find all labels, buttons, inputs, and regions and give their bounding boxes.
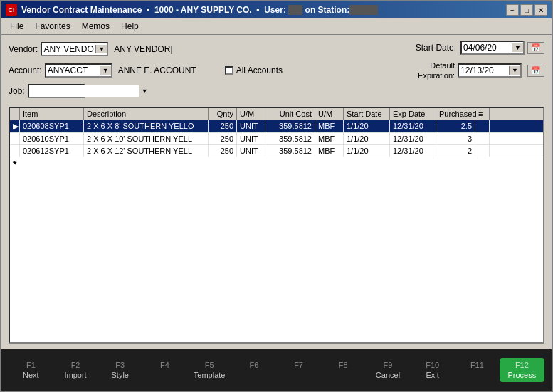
window-title: Vendor Contract Maintenance • 1000 - ANY… xyxy=(21,5,506,15)
th-item: Item xyxy=(20,108,84,120)
row-icon xyxy=(475,120,490,132)
fkey-f2[interactable]: F2 Import xyxy=(53,361,98,379)
row-cost: 359.5812 xyxy=(265,120,315,132)
vendor-dropdown[interactable]: ▼ xyxy=(41,42,108,56)
function-key-bar: F1 Next F2 Import F3 Style F4 F5 Templat… xyxy=(1,349,552,391)
fkey-f11[interactable]: F11 xyxy=(455,361,500,379)
menu-memos[interactable]: Memos xyxy=(76,20,115,33)
start-date-field[interactable] xyxy=(462,42,512,53)
row-um: UNIT xyxy=(237,120,265,132)
row-cost: 359.5812 xyxy=(265,145,315,157)
th-purchased: Purchased xyxy=(436,108,475,120)
table-body: ▶ 020608SYP1 2 X 6 X 8' SOUTHERN YELLO 2… xyxy=(10,120,543,342)
asterisk: * xyxy=(13,159,16,170)
fkey-f7[interactable]: F7 xyxy=(276,361,321,379)
fkey-f1[interactable]: F1 Next xyxy=(9,361,53,379)
row-item: 020612SYP1 xyxy=(20,145,84,157)
vendor-dropdown-arrow[interactable]: ▼ xyxy=(95,45,107,53)
table-row[interactable]: 020610SYP1 2 X 6 X 10' SOUTHERN YELL 250… xyxy=(10,133,543,145)
row-um: UNIT xyxy=(237,133,265,144)
row-purchased: 2 xyxy=(436,145,475,157)
row-exp: 12/31/20 xyxy=(390,145,436,157)
fkey-f6[interactable]: F6 xyxy=(232,361,277,379)
job-dropdown[interactable]: ▼ xyxy=(28,84,85,98)
account-dropdown-arrow[interactable]: ▼ xyxy=(100,66,111,75)
row-indicator: ▶ xyxy=(10,120,20,132)
account-label: Account: xyxy=(9,65,42,75)
fkey-f12-process[interactable]: F12 Process xyxy=(500,358,544,382)
start-date-arrow[interactable]: ▼ xyxy=(512,43,523,52)
th-unit-cost: Unit Cost xyxy=(265,108,315,120)
window-controls: − □ ✕ xyxy=(506,4,547,16)
account-input[interactable] xyxy=(46,65,100,76)
vendor-row: Vendor: ▼ ANY VENDOR| Start Date: ▼ 📅 xyxy=(9,41,544,58)
contract-table: Item Description Qnty U/M Unit Cost U/M … xyxy=(9,107,544,344)
row-item: 020610SYP1 xyxy=(20,133,84,144)
start-date-calendar-icon[interactable]: 📅 xyxy=(527,42,544,54)
menu-file[interactable]: File xyxy=(4,20,29,33)
fkey-f10[interactable]: F10 Exit xyxy=(410,361,455,379)
content-area: Vendor: ▼ ANY VENDOR| Start Date: ▼ 📅 xyxy=(1,35,552,349)
start-date-input[interactable]: ▼ xyxy=(460,41,525,55)
exp-date-arrow[interactable]: ▼ xyxy=(509,66,520,75)
fkey-f5[interactable]: F5 Template xyxy=(187,361,232,379)
station-text xyxy=(349,5,378,15)
vendor-input[interactable] xyxy=(42,43,95,55)
th-exp-date: Exp Date xyxy=(390,108,436,120)
fkey-f4[interactable]: F4 xyxy=(142,361,187,379)
title-bar: CI Vendor Contract Maintenance • 1000 - … xyxy=(1,1,552,18)
row-indicator xyxy=(10,145,20,157)
fkey-f3[interactable]: F3 Style xyxy=(98,361,142,379)
row-um2: MBF xyxy=(315,145,344,157)
row-qty: 250 xyxy=(209,145,237,157)
title-text: Vendor Contract Maintenance xyxy=(21,5,142,15)
th-um2: U/M xyxy=(315,108,344,120)
th-um: U/M xyxy=(237,108,265,120)
vendor-label: Vendor: xyxy=(9,44,38,54)
job-input[interactable] xyxy=(29,85,139,97)
maximize-button[interactable]: □ xyxy=(520,4,533,16)
all-accounts-area: All Accounts xyxy=(225,65,283,75)
row-description: 2 X 6 X 8' SOUTHERN YELLO xyxy=(84,120,209,132)
menu-help[interactable]: Help xyxy=(115,20,144,33)
company-text: 1000 - ANY SUPPLY CO. xyxy=(154,5,252,15)
th-grid-icon[interactable]: ≡ xyxy=(475,108,490,120)
account-row: Account: ▼ ANNE E. ACCOUNT All Accounts … xyxy=(9,60,544,81)
row-indicator xyxy=(10,133,20,144)
row-um2: MBF xyxy=(315,120,344,132)
row-description: 2 X 6 X 12' SOUTHERN YELL xyxy=(84,145,209,157)
start-date-label: Start Date: xyxy=(416,43,456,53)
row-purchased: 2.5 xyxy=(436,120,475,132)
th-qty: Qnty xyxy=(209,108,237,120)
job-row: Job: ▼ xyxy=(9,84,544,98)
fkey-f9[interactable]: F9 Cancel xyxy=(366,361,411,379)
exp-date-field[interactable] xyxy=(459,65,509,76)
default-exp-label: DefaultExpiration: xyxy=(418,60,455,81)
th-description: Description xyxy=(84,108,209,120)
exp-date-calendar-icon[interactable]: 📅 xyxy=(527,65,544,77)
row-start: 1/1/20 xyxy=(344,133,390,144)
table-row[interactable]: ▶ 020608SYP1 2 X 6 X 8' SOUTHERN YELLO 2… xyxy=(10,120,543,133)
row-description: 2 X 6 X 10' SOUTHERN YELL xyxy=(84,133,209,144)
row-exp: 12/31/20 xyxy=(390,120,436,132)
th-indicator xyxy=(10,108,20,120)
row-purchased: 3 xyxy=(436,133,475,144)
row-start: 1/1/20 xyxy=(344,145,390,157)
all-accounts-label: All Accounts xyxy=(236,65,283,75)
row-item: 020608SYP1 xyxy=(20,120,84,132)
job-label: Job: xyxy=(9,86,25,96)
minimize-button[interactable]: − xyxy=(506,4,519,16)
table-row[interactable]: 020612SYP1 2 X 6 X 12' SOUTHERN YELL 250… xyxy=(10,145,543,157)
menu-favorites[interactable]: Favorites xyxy=(29,20,75,33)
all-accounts-checkbox[interactable] xyxy=(225,66,233,75)
exp-date-input[interactable]: ▼ xyxy=(458,63,522,78)
th-start-date: Start Date xyxy=(344,108,390,120)
row-cost: 359.5812 xyxy=(265,133,315,144)
vendor-full-name: ANY VENDOR| xyxy=(114,44,172,54)
new-row-indicator[interactable]: * xyxy=(10,157,543,171)
job-dropdown-arrow[interactable]: ▼ xyxy=(139,87,150,95)
fkey-f8[interactable]: F8 xyxy=(321,361,366,379)
row-um: UNIT xyxy=(237,145,265,157)
close-button[interactable]: ✕ xyxy=(534,4,547,16)
account-dropdown[interactable]: ▼ xyxy=(45,63,112,78)
